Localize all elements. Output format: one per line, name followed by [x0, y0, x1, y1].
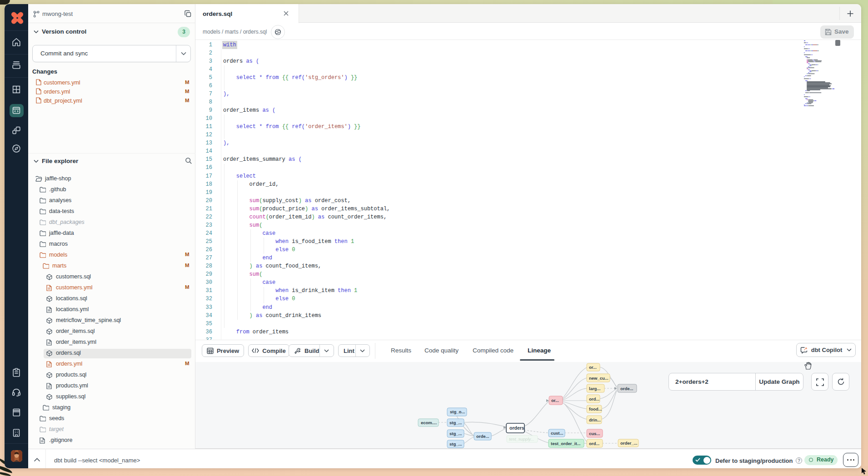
svg-text:order_...: order_... [620, 441, 638, 446]
svg-text:test_supply...: test_supply... [509, 436, 534, 441]
svg-text:orde...: orde... [476, 434, 489, 439]
svg-text:cus...: cus... [589, 431, 600, 436]
svg-text:orde...: orde... [620, 386, 634, 391]
svg-text:or...: or... [589, 365, 597, 370]
svg-text:stg_...: stg_... [449, 431, 462, 436]
svg-text:stg_o...: stg_o... [450, 409, 465, 414]
svg-text:cust...: cust... [551, 431, 563, 436]
svg-text:stg_...: stg_... [449, 441, 462, 446]
svg-text:or...: or... [551, 398, 559, 403]
svg-text:stg_...: stg_... [449, 420, 462, 425]
svg-text:orders: orders [509, 425, 524, 431]
svg-text:drin...: drin... [589, 417, 601, 422]
svg-text:ord...: ord... [589, 397, 599, 402]
svg-text:food...: food... [589, 407, 602, 412]
svg-text:ord...: ord... [589, 441, 599, 446]
svg-text:test_order_it...: test_order_it... [551, 441, 580, 446]
svg-text:larg...: larg... [589, 386, 600, 391]
svg-text:new_cu...: new_cu... [589, 376, 609, 381]
svg-text:ecom....: ecom.... [421, 420, 437, 425]
